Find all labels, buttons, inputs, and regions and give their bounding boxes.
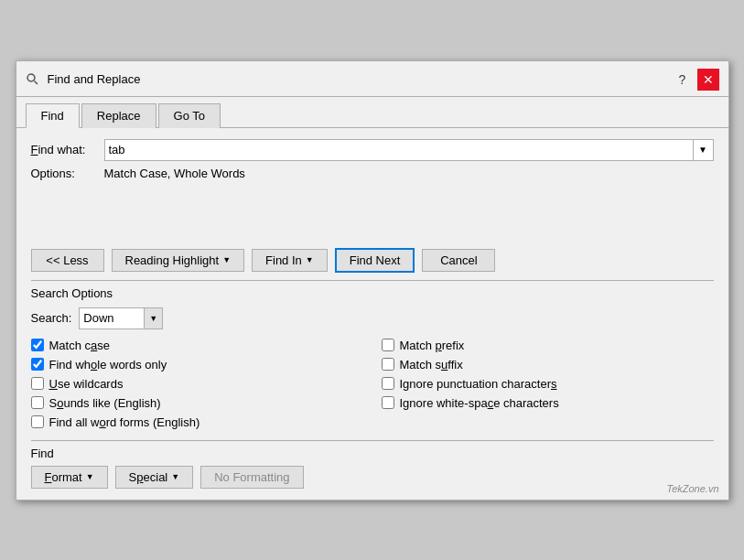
find-in-button[interactable]: Find In ▼ [252, 249, 328, 272]
sounds-like-label[interactable]: Sounds like (English) [49, 396, 161, 410]
dialog-content: Find what: ▼ Options: Match Case, Whole … [16, 127, 728, 500]
search-direction-row: Search: Down Up All ▼ [31, 307, 714, 329]
whole-words-label[interactable]: Find whole words only [49, 358, 167, 372]
match-suffix-checkbox[interactable] [382, 358, 394, 371]
tab-goto-label: Go To [174, 109, 205, 123]
ignore-space-checkbox[interactable] [382, 396, 394, 409]
find-next-button[interactable]: Find Next [335, 248, 415, 273]
match-case-checkbox[interactable] [31, 339, 44, 351]
search-label: Search: [31, 311, 72, 325]
title-bar-left: Find and Replace [26, 72, 141, 87]
format-label: Format [45, 470, 82, 484]
no-formatting-label: No Formatting [214, 470, 289, 484]
all-word-forms-label[interactable]: Find all word forms (English) [49, 415, 200, 429]
find-what-label: Find what: [31, 143, 104, 156]
bottom-buttons: Format ▼ Special ▼ No Formatting [31, 466, 714, 489]
whole-words-checkbox[interactable] [31, 358, 44, 371]
search-options-label: Search Options [31, 286, 714, 300]
grid-spacer [382, 415, 714, 429]
find-replace-dialog: Find and Replace ? ✕ Find Replace Go To … [16, 60, 729, 501]
spacer [31, 184, 714, 239]
whole-words-item: Find whole words only [31, 358, 363, 372]
tab-find-label: Find [41, 109, 64, 123]
tab-replace-label: Replace [97, 109, 141, 123]
ignore-punct-label[interactable]: Ignore punctuation characters [400, 377, 557, 391]
title-bar: Find and Replace ? ✕ [16, 61, 728, 97]
find-in-caret: ▼ [306, 255, 314, 264]
tab-find[interactable]: Find [26, 103, 80, 128]
close-button[interactable]: ✕ [697, 69, 719, 91]
reading-highlight-button[interactable]: Reading Highlight ▼ [112, 249, 245, 272]
sounds-like-checkbox[interactable] [31, 396, 44, 409]
less-button[interactable]: << Less [31, 249, 104, 272]
cancel-button[interactable]: Cancel [422, 249, 495, 272]
match-suffix-item: Match suffix [382, 358, 714, 372]
reading-highlight-caret: ▼ [222, 255, 231, 264]
find-what-row: Find what: ▼ [31, 139, 714, 161]
format-button[interactable]: Format ▼ [31, 466, 108, 489]
separator-1 [31, 280, 714, 281]
tab-goto[interactable]: Go To [158, 103, 221, 128]
search-direction-select[interactable]: Down Up All [80, 309, 144, 327]
match-case-label[interactable]: Match case [49, 339, 110, 352]
find-input[interactable] [104, 139, 694, 161]
help-button[interactable]: ? [672, 69, 694, 91]
options-value: Match Case, Whole Words [104, 167, 245, 180]
ignore-punct-checkbox[interactable] [382, 377, 394, 390]
title-bar-buttons: ? ✕ [672, 69, 719, 91]
special-button[interactable]: Special ▼ [115, 466, 194, 489]
dialog-title: Find and Replace [48, 72, 141, 86]
find-input-dropdown[interactable]: ▼ [694, 139, 714, 161]
ignore-punct-item: Ignore punctuation characters [382, 377, 714, 391]
ignore-space-item: Ignore white-space characters [382, 396, 714, 410]
match-prefix-checkbox[interactable] [382, 339, 394, 351]
find-input-wrap: ▼ [104, 139, 714, 161]
format-caret-icon: ▼ [86, 472, 94, 481]
wildcards-label[interactable]: Use wildcards [49, 377, 124, 391]
svg-line-1 [34, 81, 38, 84]
main-button-row: << Less Reading Highlight ▼ Find In ▼ Fi… [31, 248, 714, 273]
select-arrow-icon: ▼ [144, 308, 162, 328]
special-caret-icon: ▼ [171, 472, 179, 481]
wildcards-item: Use wildcards [31, 377, 363, 391]
special-label: Special [129, 470, 168, 484]
options-row: Options: Match Case, Whole Words [31, 167, 714, 180]
checkboxes-grid: Match case Match prefix Find whole words… [31, 339, 714, 429]
sounds-like-item: Sounds like (English) [31, 396, 363, 410]
wildcards-checkbox[interactable] [31, 377, 44, 390]
match-case-item: Match case [31, 339, 363, 352]
match-prefix-item: Match prefix [382, 339, 714, 352]
watermark: TekZone.vn [666, 483, 718, 494]
ignore-space-label[interactable]: Ignore white-space characters [400, 396, 559, 410]
bottom-separator [31, 440, 714, 441]
no-formatting-button[interactable]: No Formatting [200, 466, 303, 489]
options-label: Options: [31, 167, 104, 180]
tab-replace[interactable]: Replace [81, 103, 156, 128]
tabs-bar: Find Replace Go To [16, 97, 728, 127]
search-direction-select-wrap: Down Up All ▼ [79, 307, 163, 329]
match-suffix-label[interactable]: Match suffix [400, 358, 463, 372]
bottom-section-label: Find [31, 447, 714, 460]
match-prefix-label[interactable]: Match prefix [400, 339, 465, 352]
dialog-icon [26, 72, 40, 87]
svg-point-0 [27, 74, 35, 81]
all-word-forms-checkbox[interactable] [31, 415, 44, 428]
all-word-forms-item: Find all word forms (English) [31, 415, 363, 429]
